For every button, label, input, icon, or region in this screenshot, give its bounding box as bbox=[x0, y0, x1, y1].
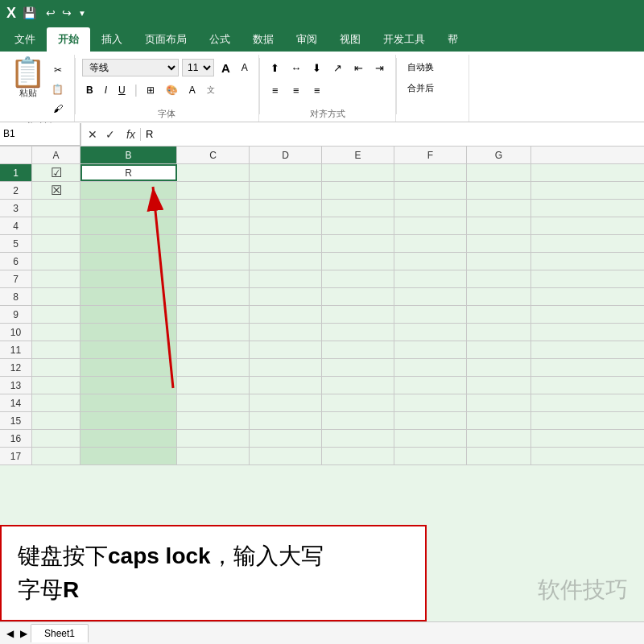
cell-e17[interactable] bbox=[322, 448, 394, 464]
cell-b11[interactable] bbox=[80, 341, 177, 358]
cell-a10[interactable] bbox=[32, 324, 80, 341]
cell-g13[interactable] bbox=[467, 377, 531, 394]
italic-button[interactable]: I bbox=[101, 81, 111, 99]
indent-increase-button[interactable]: ⇥ bbox=[371, 59, 389, 76]
cell-d9[interactable] bbox=[250, 306, 322, 323]
row-num-2[interactable]: 2 bbox=[0, 182, 32, 199]
cell-e8[interactable] bbox=[322, 288, 394, 305]
align-right-button[interactable]: ≡ bbox=[308, 81, 326, 99]
cell-g3[interactable] bbox=[467, 200, 531, 217]
col-header-f[interactable]: F bbox=[394, 147, 467, 163]
auto-wrap-button[interactable]: 自动换 bbox=[403, 58, 438, 76]
cell-e12[interactable] bbox=[322, 359, 394, 376]
cell-g10[interactable] bbox=[467, 324, 531, 341]
cell-d16[interactable] bbox=[250, 430, 322, 447]
cell-e7[interactable] bbox=[322, 270, 394, 287]
cell-b2[interactable] bbox=[80, 182, 177, 199]
cell-c8[interactable] bbox=[177, 288, 250, 305]
row-num-14[interactable]: 14 bbox=[0, 394, 32, 411]
cell-d1[interactable] bbox=[250, 164, 322, 181]
cell-c10[interactable] bbox=[177, 324, 250, 341]
decrease-font-size-button[interactable]: A bbox=[237, 59, 252, 76]
name-box[interactable]: B1 bbox=[0, 123, 80, 146]
cell-f2[interactable] bbox=[394, 182, 467, 199]
cell-a3[interactable] bbox=[32, 200, 80, 217]
cell-g14[interactable] bbox=[467, 394, 531, 411]
row-num-1[interactable]: 1 bbox=[0, 164, 32, 181]
tab-page-layout[interactable]: 页面布局 bbox=[134, 27, 198, 52]
col-header-d[interactable]: D bbox=[250, 147, 322, 163]
col-header-e[interactable]: E bbox=[322, 147, 394, 163]
cell-b17[interactable] bbox=[80, 448, 177, 464]
cell-b4[interactable] bbox=[80, 217, 177, 234]
row-num-16[interactable]: 16 bbox=[0, 430, 32, 447]
cell-d10[interactable] bbox=[250, 324, 322, 341]
cell-e15[interactable] bbox=[322, 412, 394, 429]
save-icon[interactable]: 💾 bbox=[23, 6, 36, 19]
cell-b6[interactable] bbox=[80, 253, 177, 270]
cell-d17[interactable] bbox=[250, 448, 322, 464]
cell-b1[interactable]: R bbox=[80, 164, 177, 181]
cell-f5[interactable] bbox=[394, 235, 467, 252]
cell-d5[interactable] bbox=[250, 235, 322, 252]
cell-c4[interactable] bbox=[177, 217, 250, 234]
cell-b7[interactable] bbox=[80, 270, 177, 287]
align-bottom-button[interactable]: ⬇ bbox=[308, 59, 326, 76]
cell-f11[interactable] bbox=[394, 341, 467, 358]
tab-help[interactable]: 帮 bbox=[436, 27, 469, 52]
cell-a8[interactable] bbox=[32, 288, 80, 305]
increase-font-size-button[interactable]: A bbox=[217, 59, 234, 76]
cell-g2[interactable] bbox=[467, 182, 531, 199]
cell-e1[interactable] bbox=[322, 164, 394, 181]
row-num-10[interactable]: 10 bbox=[0, 324, 32, 341]
cell-d3[interactable] bbox=[250, 200, 322, 217]
cell-f10[interactable] bbox=[394, 324, 467, 341]
cell-b13[interactable] bbox=[80, 377, 177, 394]
cell-e6[interactable] bbox=[322, 253, 394, 270]
cell-d7[interactable] bbox=[250, 270, 322, 287]
quick-access-more[interactable]: ▼ bbox=[78, 9, 86, 18]
cell-c17[interactable] bbox=[177, 448, 250, 464]
cell-g9[interactable] bbox=[467, 306, 531, 323]
cell-d13[interactable] bbox=[250, 377, 322, 394]
cell-g11[interactable] bbox=[467, 341, 531, 358]
col-header-c[interactable]: C bbox=[177, 147, 250, 163]
fill-color-button[interactable]: 🎨 bbox=[162, 81, 182, 99]
cell-c1[interactable] bbox=[177, 164, 250, 181]
cell-f4[interactable] bbox=[394, 217, 467, 234]
font-name-select[interactable]: 等线 bbox=[82, 59, 179, 76]
cell-a15[interactable] bbox=[32, 412, 80, 429]
row-num-5[interactable]: 5 bbox=[0, 235, 32, 252]
cell-g1[interactable] bbox=[467, 164, 531, 181]
paste-button[interactable]: 📋 粘贴 bbox=[10, 58, 46, 118]
cell-d12[interactable] bbox=[250, 359, 322, 376]
sheet-scroll-right[interactable]: ▶ bbox=[17, 628, 31, 639]
cell-b15[interactable] bbox=[80, 412, 177, 429]
align-center-button[interactable]: ≡ bbox=[287, 81, 305, 99]
rotate-text-button[interactable]: ↗ bbox=[329, 59, 347, 76]
cell-d4[interactable] bbox=[250, 217, 322, 234]
bold-button[interactable]: B bbox=[82, 81, 97, 99]
cancel-formula-button[interactable]: ✕ bbox=[85, 128, 101, 141]
cell-f15[interactable] bbox=[394, 412, 467, 429]
cell-a14[interactable] bbox=[32, 394, 80, 411]
tab-data[interactable]: 数据 bbox=[242, 27, 285, 52]
font-color-button[interactable]: A bbox=[185, 81, 200, 99]
cell-e3[interactable] bbox=[322, 200, 394, 217]
copy-button[interactable]: 📋 bbox=[47, 80, 68, 98]
cell-a9[interactable] bbox=[32, 306, 80, 323]
cell-a16[interactable] bbox=[32, 430, 80, 447]
cell-c14[interactable] bbox=[177, 394, 250, 411]
cell-a11[interactable] bbox=[32, 341, 80, 358]
cell-f12[interactable] bbox=[394, 359, 467, 376]
tab-home[interactable]: 开始 bbox=[47, 27, 90, 52]
row-num-12[interactable]: 12 bbox=[0, 359, 32, 376]
cell-d15[interactable] bbox=[250, 412, 322, 429]
cell-a7[interactable] bbox=[32, 270, 80, 287]
row-num-8[interactable]: 8 bbox=[0, 288, 32, 305]
row-num-9[interactable]: 9 bbox=[0, 306, 32, 323]
cell-g4[interactable] bbox=[467, 217, 531, 234]
col-header-a[interactable]: A bbox=[32, 147, 80, 163]
cell-b10[interactable] bbox=[80, 324, 177, 341]
cell-f9[interactable] bbox=[394, 306, 467, 323]
